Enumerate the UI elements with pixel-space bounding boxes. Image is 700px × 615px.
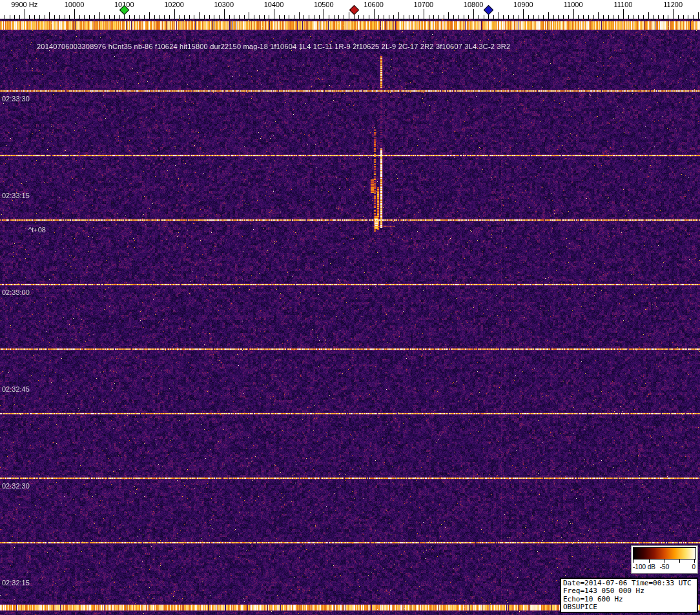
db-scale-min-label: -100 dB <box>633 563 655 570</box>
time-tick-label: 02:32:45 <box>2 385 30 393</box>
spectrogram-canvas[interactable] <box>0 0 700 615</box>
freq-tick-label: 10700 <box>414 1 434 8</box>
freq-tick-label: 10600 <box>364 1 384 8</box>
time-tick-label: 02:32:30 <box>2 482 30 490</box>
db-scale-panel: -100 dB -50 0 <box>631 545 698 574</box>
freq-tick-label: 10800 <box>464 1 484 8</box>
time-tick-label: 02:33:30 <box>2 95 30 103</box>
db-scale-tick <box>694 560 695 563</box>
freq-tick-label: 10000 <box>65 1 85 8</box>
freq-tick-label: 10200 <box>164 1 184 8</box>
time-tick-label: 02:32:15 <box>2 579 30 587</box>
info-frequency: Freq=143 050 000 Hz <box>563 587 695 595</box>
event-header-text: 20140706003308976 hCnt35 nb-86 f10624 hi… <box>37 43 510 50</box>
db-scale-max-label: 0 <box>692 563 695 570</box>
db-scale-labels: -100 dB -50 0 <box>632 563 697 572</box>
spectrogram-window: 9900 Hz100001010010200103001040010500106… <box>0 0 700 615</box>
db-scale-tick <box>633 560 634 563</box>
db-scale-tick <box>649 560 650 563</box>
db-scale-mid-label: -50 <box>660 563 669 570</box>
freq-tick-label: 10300 <box>214 1 234 8</box>
db-scale-tick <box>664 560 664 563</box>
info-station: OBSUPICE <box>563 603 695 611</box>
time-tick-label: 02:33:00 <box>2 288 30 296</box>
freq-tick-label: 11200 <box>663 1 683 8</box>
freq-tick-label: 11000 <box>564 1 583 8</box>
freq-tick-label: 10900 <box>513 1 533 8</box>
observation-info-box: Date=2014-07-06 Time=00:33 UTC Freq=143 … <box>560 578 698 613</box>
cursor-note: ^t+08 <box>28 226 46 234</box>
freq-tick-label: 10500 <box>314 1 334 8</box>
time-tick-label: 02:33:15 <box>2 192 30 199</box>
db-scale-tick <box>679 560 680 563</box>
freq-tick-label: 10400 <box>264 1 284 8</box>
db-scale-gradient <box>633 547 696 560</box>
freq-tick-label: 9900 Hz <box>11 1 37 8</box>
freq-tick-label: 11100 <box>613 1 632 8</box>
